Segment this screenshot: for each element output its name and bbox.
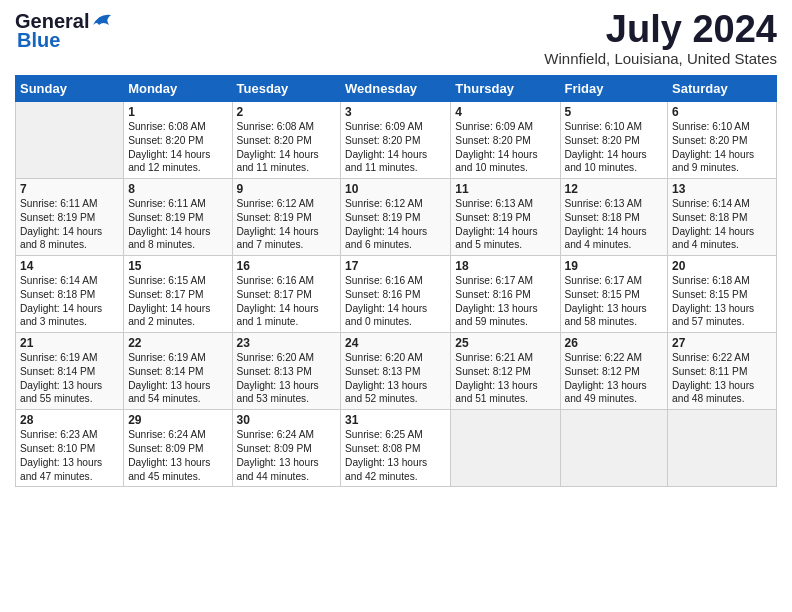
daylight-text: Daylight: 13 hours and 51 minutes. [455, 380, 537, 405]
weekday-header-saturday: Saturday [668, 76, 777, 102]
sunrise-text: Sunrise: 6:24 AM [237, 429, 315, 440]
sunset-text: Sunset: 8:20 PM [672, 135, 747, 146]
day-info: Sunrise: 6:09 AM Sunset: 8:20 PM Dayligh… [455, 120, 555, 175]
sunrise-text: Sunrise: 6:17 AM [565, 275, 643, 286]
calendar-day-cell: 2 Sunrise: 6:08 AM Sunset: 8:20 PM Dayli… [232, 102, 341, 179]
daylight-text: Daylight: 14 hours and 5 minutes. [455, 226, 537, 251]
sunset-text: Sunset: 8:11 PM [672, 366, 747, 377]
day-number: 16 [237, 259, 337, 273]
weekday-header-row: SundayMondayTuesdayWednesdayThursdayFrid… [16, 76, 777, 102]
sunset-text: Sunset: 8:18 PM [20, 289, 95, 300]
weekday-header-monday: Monday [124, 76, 232, 102]
sunset-text: Sunset: 8:20 PM [345, 135, 420, 146]
day-info: Sunrise: 6:13 AM Sunset: 8:19 PM Dayligh… [455, 197, 555, 252]
daylight-text: Daylight: 14 hours and 11 minutes. [345, 149, 427, 174]
calendar-week-row: 21 Sunrise: 6:19 AM Sunset: 8:14 PM Dayl… [16, 333, 777, 410]
daylight-text: Daylight: 14 hours and 2 minutes. [128, 303, 210, 328]
day-number: 6 [672, 105, 772, 119]
sunset-text: Sunset: 8:20 PM [455, 135, 530, 146]
calendar-day-cell: 26 Sunrise: 6:22 AM Sunset: 8:12 PM Dayl… [560, 333, 668, 410]
day-number: 19 [565, 259, 664, 273]
weekday-header-thursday: Thursday [451, 76, 560, 102]
sunrise-text: Sunrise: 6:12 AM [237, 198, 315, 209]
calendar-day-cell: 21 Sunrise: 6:19 AM Sunset: 8:14 PM Dayl… [16, 333, 124, 410]
location: Winnfield, Louisiana, United States [544, 50, 777, 67]
month-title: July 2024 [544, 10, 777, 48]
sunset-text: Sunset: 8:18 PM [565, 212, 640, 223]
day-number: 22 [128, 336, 227, 350]
day-number: 14 [20, 259, 119, 273]
sunrise-text: Sunrise: 6:18 AM [672, 275, 750, 286]
sunrise-text: Sunrise: 6:17 AM [455, 275, 533, 286]
sunrise-text: Sunrise: 6:19 AM [20, 352, 98, 363]
calendar-day-cell: 6 Sunrise: 6:10 AM Sunset: 8:20 PM Dayli… [668, 102, 777, 179]
day-number: 7 [20, 182, 119, 196]
calendar-day-cell: 16 Sunrise: 6:16 AM Sunset: 8:17 PM Dayl… [232, 256, 341, 333]
calendar-day-cell: 30 Sunrise: 6:24 AM Sunset: 8:09 PM Dayl… [232, 410, 341, 487]
sunrise-text: Sunrise: 6:10 AM [565, 121, 643, 132]
sunrise-text: Sunrise: 6:23 AM [20, 429, 98, 440]
sunrise-text: Sunrise: 6:14 AM [20, 275, 98, 286]
sunset-text: Sunset: 8:15 PM [672, 289, 747, 300]
calendar-week-row: 1 Sunrise: 6:08 AM Sunset: 8:20 PM Dayli… [16, 102, 777, 179]
day-number: 25 [455, 336, 555, 350]
day-number: 13 [672, 182, 772, 196]
daylight-text: Daylight: 14 hours and 0 minutes. [345, 303, 427, 328]
calendar-day-cell: 28 Sunrise: 6:23 AM Sunset: 8:10 PM Dayl… [16, 410, 124, 487]
sunset-text: Sunset: 8:17 PM [128, 289, 203, 300]
day-number: 20 [672, 259, 772, 273]
calendar-day-cell: 5 Sunrise: 6:10 AM Sunset: 8:20 PM Dayli… [560, 102, 668, 179]
sunrise-text: Sunrise: 6:10 AM [672, 121, 750, 132]
sunrise-text: Sunrise: 6:11 AM [20, 198, 98, 209]
sunset-text: Sunset: 8:19 PM [345, 212, 420, 223]
day-number: 24 [345, 336, 446, 350]
day-info: Sunrise: 6:11 AM Sunset: 8:19 PM Dayligh… [20, 197, 119, 252]
calendar-day-cell: 20 Sunrise: 6:18 AM Sunset: 8:15 PM Dayl… [668, 256, 777, 333]
calendar-week-row: 7 Sunrise: 6:11 AM Sunset: 8:19 PM Dayli… [16, 179, 777, 256]
day-number: 27 [672, 336, 772, 350]
daylight-text: Daylight: 13 hours and 47 minutes. [20, 457, 102, 482]
daylight-text: Daylight: 13 hours and 49 minutes. [565, 380, 647, 405]
calendar-day-cell: 15 Sunrise: 6:15 AM Sunset: 8:17 PM Dayl… [124, 256, 232, 333]
day-number: 3 [345, 105, 446, 119]
day-info: Sunrise: 6:23 AM Sunset: 8:10 PM Dayligh… [20, 428, 119, 483]
daylight-text: Daylight: 14 hours and 8 minutes. [20, 226, 102, 251]
day-number: 11 [455, 182, 555, 196]
calendar-week-row: 28 Sunrise: 6:23 AM Sunset: 8:10 PM Dayl… [16, 410, 777, 487]
day-number: 29 [128, 413, 227, 427]
calendar-day-cell: 23 Sunrise: 6:20 AM Sunset: 8:13 PM Dayl… [232, 333, 341, 410]
calendar-day-cell: 18 Sunrise: 6:17 AM Sunset: 8:16 PM Dayl… [451, 256, 560, 333]
day-info: Sunrise: 6:13 AM Sunset: 8:18 PM Dayligh… [565, 197, 664, 252]
calendar-day-cell: 27 Sunrise: 6:22 AM Sunset: 8:11 PM Dayl… [668, 333, 777, 410]
day-info: Sunrise: 6:11 AM Sunset: 8:19 PM Dayligh… [128, 197, 227, 252]
day-info: Sunrise: 6:10 AM Sunset: 8:20 PM Dayligh… [565, 120, 664, 175]
sunrise-text: Sunrise: 6:19 AM [128, 352, 206, 363]
daylight-text: Daylight: 14 hours and 6 minutes. [345, 226, 427, 251]
calendar-table: SundayMondayTuesdayWednesdayThursdayFrid… [15, 75, 777, 487]
weekday-header-wednesday: Wednesday [341, 76, 451, 102]
sunrise-text: Sunrise: 6:15 AM [128, 275, 206, 286]
daylight-text: Daylight: 14 hours and 8 minutes. [128, 226, 210, 251]
day-info: Sunrise: 6:08 AM Sunset: 8:20 PM Dayligh… [237, 120, 337, 175]
sunrise-text: Sunrise: 6:25 AM [345, 429, 423, 440]
day-number: 9 [237, 182, 337, 196]
day-info: Sunrise: 6:20 AM Sunset: 8:13 PM Dayligh… [237, 351, 337, 406]
calendar-day-cell [668, 410, 777, 487]
sunset-text: Sunset: 8:12 PM [455, 366, 530, 377]
daylight-text: Daylight: 13 hours and 54 minutes. [128, 380, 210, 405]
calendar-day-cell [451, 410, 560, 487]
calendar-day-cell: 4 Sunrise: 6:09 AM Sunset: 8:20 PM Dayli… [451, 102, 560, 179]
daylight-text: Daylight: 13 hours and 53 minutes. [237, 380, 319, 405]
sunrise-text: Sunrise: 6:14 AM [672, 198, 750, 209]
logo: General Blue [15, 10, 113, 52]
daylight-text: Daylight: 14 hours and 10 minutes. [455, 149, 537, 174]
day-number: 31 [345, 413, 446, 427]
calendar-day-cell: 19 Sunrise: 6:17 AM Sunset: 8:15 PM Dayl… [560, 256, 668, 333]
weekday-header-tuesday: Tuesday [232, 76, 341, 102]
day-info: Sunrise: 6:19 AM Sunset: 8:14 PM Dayligh… [128, 351, 227, 406]
sunrise-text: Sunrise: 6:16 AM [237, 275, 315, 286]
daylight-text: Daylight: 13 hours and 57 minutes. [672, 303, 754, 328]
calendar-day-cell: 10 Sunrise: 6:12 AM Sunset: 8:19 PM Dayl… [341, 179, 451, 256]
weekday-header-sunday: Sunday [16, 76, 124, 102]
day-info: Sunrise: 6:10 AM Sunset: 8:20 PM Dayligh… [672, 120, 772, 175]
